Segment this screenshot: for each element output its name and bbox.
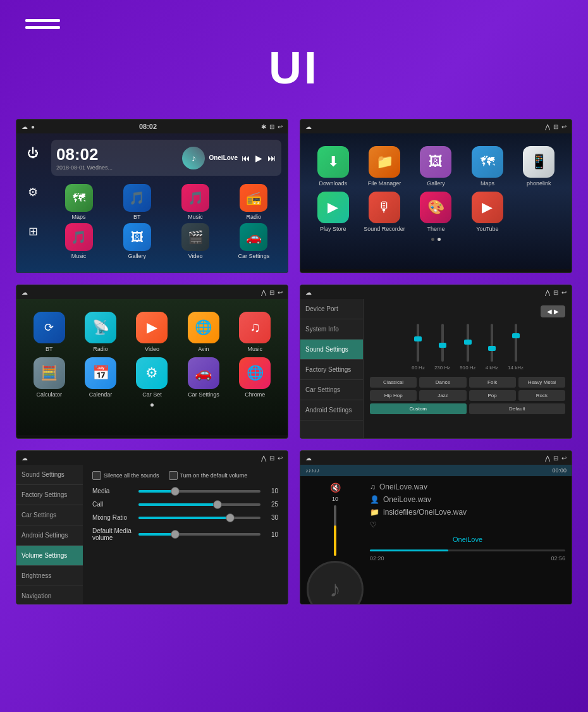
eq-track-910hz[interactable] [467, 324, 469, 362]
launcher-maps[interactable]: 🗺 Maps [464, 146, 510, 187]
sidebar-android[interactable]: Android Settings [300, 400, 363, 420]
eq-thumb-230hz[interactable] [439, 343, 446, 348]
preset-custom[interactable]: Custom [370, 403, 467, 414]
media-slider-thumb[interactable] [171, 487, 180, 496]
status-cloud-3-icon: ☁ [21, 289, 28, 296]
app-bt2[interactable]: ⟳ BT [26, 312, 72, 352]
app-maps[interactable]: 🗺 Maps [51, 184, 106, 220]
preset-hiphop[interactable]: Hip Hop [370, 390, 417, 401]
launcher-playstore[interactable]: ▶ Play Store [310, 192, 356, 232]
app-music3[interactable]: ♫ Music [232, 312, 278, 352]
vsidebar-factory[interactable]: Factory Settings [16, 485, 83, 505]
apps-icon[interactable]: ⊞ [23, 221, 43, 242]
silence-checkbox[interactable]: Silence all the sounds [92, 471, 159, 480]
silence-cb[interactable] [92, 471, 101, 480]
app-chrome[interactable]: 🌐 Chrome [232, 357, 278, 398]
call-slider-thumb[interactable] [213, 500, 222, 509]
sidebar-sound[interactable]: Sound Settings [300, 340, 363, 360]
app-music[interactable]: 🎵 Music [168, 184, 223, 220]
eq-track-14khz[interactable] [515, 324, 517, 362]
preset-jazz[interactable]: Jazz [419, 390, 466, 401]
prev-icon[interactable]: ⏮ [242, 153, 250, 163]
track-item-1[interactable]: ♫ OneiLove.wav [370, 482, 565, 491]
app-video[interactable]: 🎬 Video [168, 223, 223, 259]
vsidebar-navigation[interactable]: Navigation [16, 586, 83, 605]
mixing-slider-thumb[interactable] [226, 513, 235, 522]
eq-thumb-910hz[interactable] [464, 340, 472, 345]
gallery2-label: Gallery [427, 180, 445, 187]
hamburger-menu[interactable] [25, 19, 563, 29]
settings-icon[interactable]: ⚙ [23, 182, 43, 202]
app-video2[interactable]: ▶ Video [129, 312, 175, 352]
music-player-header: ♪♪♪♪♪ 00:00 [300, 465, 572, 476]
status-cloud-4-icon: ☁ [305, 289, 312, 296]
app-radio[interactable]: 📻 Radio [226, 184, 281, 220]
vsidebar-carset[interactable]: Car Settings [16, 505, 83, 525]
call-slider-track[interactable] [138, 503, 260, 506]
launcher-theme[interactable]: 🎨 Theme [413, 192, 459, 232]
eq-track-4khz[interactable] [491, 324, 493, 362]
preset-heavymetal[interactable]: Heavy Metal [518, 377, 565, 388]
default-volume-cb[interactable] [169, 471, 178, 480]
app-avin[interactable]: 🌐 Avin [180, 312, 226, 352]
play-icon[interactable]: ▶ [255, 153, 262, 163]
preset-folk[interactable]: Folk [469, 377, 516, 388]
eq-track-230hz[interactable] [441, 324, 444, 362]
mixing-slider-track[interactable] [138, 517, 260, 519]
app-carsettings2[interactable]: 🚗 Car Settings [180, 357, 226, 398]
eq-thumb-4khz[interactable] [488, 346, 496, 351]
app-label-video: Video [188, 253, 203, 259]
vsidebar-sound[interactable]: Sound Settings [16, 465, 83, 485]
app-bt[interactable]: 🎵 BT [109, 184, 164, 220]
app-calendar[interactable]: 📅 Calendar [77, 357, 123, 398]
launcher-downloads[interactable]: ⬇ Downloads [310, 146, 356, 187]
app-carset[interactable]: ⚙ Car Set [129, 357, 175, 398]
status-bar-1: ☁ ● 08:02 ✱ ⊟ ↩ [16, 120, 288, 133]
sidebar-sysinfo[interactable]: System Info [300, 319, 363, 340]
media-slider-track[interactable] [138, 490, 260, 493]
media-volume-label: Media [92, 488, 133, 494]
sidebar-carset[interactable]: Car Settings [300, 380, 363, 400]
launcher-youtube[interactable]: ▶ YouTube [464, 192, 510, 232]
sidebar-deviceport[interactable]: Device Port [300, 299, 363, 319]
vertical-volume: 🔇 10 [330, 482, 341, 556]
launcher-soundrecorder[interactable]: 🎙 Sound Recorder [361, 192, 407, 232]
app-carsettings[interactable]: 🚗 Car Settings [226, 223, 281, 259]
launcher-filemanager[interactable]: 📁 File Manager [361, 146, 407, 187]
preset-default[interactable]: Default [469, 403, 566, 414]
preset-dance[interactable]: Dance [419, 377, 466, 388]
launcher-phonelink[interactable]: 📱 phonelink [516, 146, 562, 187]
preset-rock[interactable]: Rock [518, 390, 565, 401]
time-current: 02:20 [370, 555, 384, 562]
media-widget: 08:02 2018-08-01 Wednes... ♪ OneiLove ⏮ … [51, 140, 281, 176]
carsettings2-icon: 🚗 [188, 357, 219, 389]
window-icon: ⊟ [269, 123, 274, 130]
app-gallery[interactable]: 🖼 Gallery [109, 223, 164, 259]
vsidebar-volume[interactable]: Volume Settings [16, 546, 83, 566]
mute-icon[interactable]: 🔇 [330, 482, 341, 493]
page-header: UI [0, 0, 588, 119]
app-music2[interactable]: 🎵 Music [51, 223, 106, 259]
next-icon[interactable]: ⏭ [267, 153, 276, 163]
sidebar-factory[interactable]: Factory Settings [300, 360, 363, 380]
track-item-3[interactable]: 📁 insidefiles/OneiLove.wav [370, 508, 565, 517]
app-radio2[interactable]: 📡 Radio [77, 312, 123, 352]
eq-thumb-14khz[interactable] [512, 333, 520, 338]
defaultmedia-slider-thumb[interactable] [171, 530, 180, 539]
vsidebar-brightness[interactable]: Brightness [16, 566, 83, 586]
vol-track-vertical[interactable] [334, 505, 336, 556]
default-volume-checkbox[interactable]: Turn on the default volume [169, 471, 248, 480]
stereo-button[interactable]: ◀ ▶ [541, 305, 565, 317]
preset-pop[interactable]: Pop [469, 390, 516, 401]
app-calculator[interactable]: 🧮 Calculator [26, 357, 72, 398]
track-item-2[interactable]: 👤 OneiLove.wav [370, 495, 565, 504]
launcher-gallery[interactable]: 🖼 Gallery [413, 146, 459, 187]
eq-track-60hz[interactable] [417, 324, 419, 362]
vsidebar-android[interactable]: Android Settings [16, 525, 83, 546]
eq-thumb-60hz[interactable] [414, 336, 422, 341]
defaultmedia-slider-track[interactable] [138, 533, 260, 536]
progress-bar[interactable] [370, 549, 565, 551]
preset-classical[interactable]: Classical [370, 377, 417, 388]
track-item-4[interactable]: ♡ [370, 520, 565, 529]
power-icon[interactable]: ⏻ [23, 143, 43, 163]
